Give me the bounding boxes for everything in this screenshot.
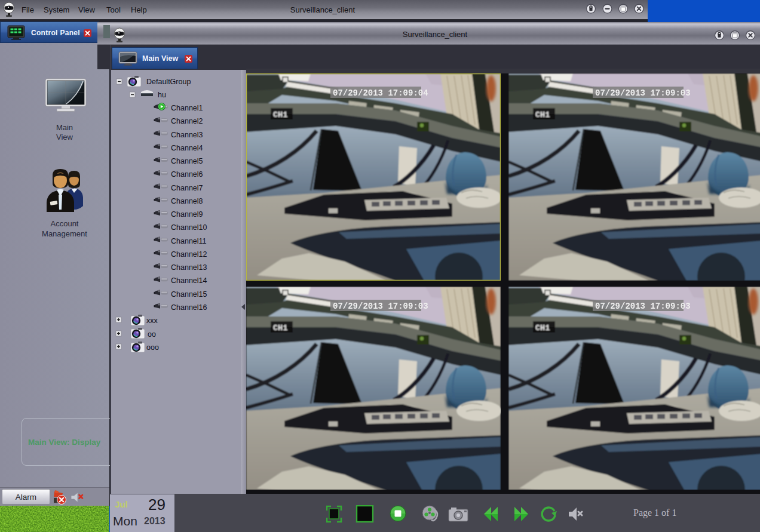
svg-text:07/29/2013 17:09:03: 07/29/2013 17:09:03 <box>333 302 428 311</box>
svg-text:07/29/2013 17:09:03: 07/29/2013 17:09:03 <box>595 302 691 311</box>
svg-text:07/29/2013 17:09:04: 07/29/2013 17:09:04 <box>333 88 428 98</box>
svg-text:07/29/2013 17:09:03: 07/29/2013 17:09:03 <box>595 88 691 98</box>
